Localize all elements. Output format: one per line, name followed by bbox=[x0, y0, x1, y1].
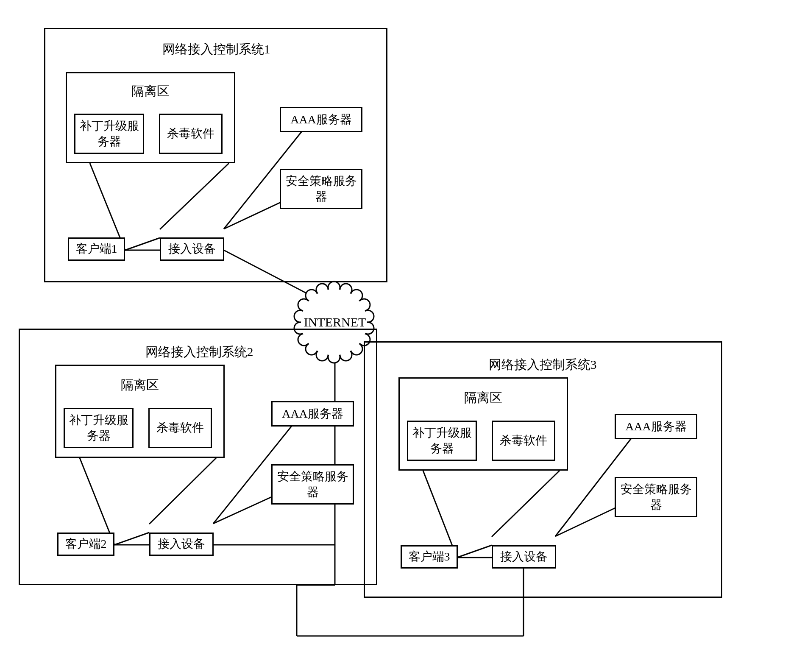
svg-point-43 bbox=[306, 290, 317, 301]
system-2-aaa-server: AAA服务器 bbox=[271, 401, 354, 427]
system-3-aaa-server: AAA服务器 bbox=[615, 414, 697, 439]
system-3-title: 网络接入控制系统3 bbox=[454, 356, 632, 374]
svg-point-28 bbox=[340, 284, 352, 296]
system-3-patch-server: 补丁升级服务器 bbox=[407, 421, 477, 461]
system-2-access-device: 接入设备 bbox=[149, 533, 214, 556]
system-2-patch-server: 补丁升级服务器 bbox=[64, 408, 134, 448]
system-3-patch-server-label: 补丁升级服务器 bbox=[410, 425, 474, 456]
svg-point-27 bbox=[328, 282, 340, 293]
system-3-antivirus: 杀毒软件 bbox=[492, 421, 555, 461]
svg-point-29 bbox=[351, 290, 362, 301]
system-3-antivirus-label: 杀毒软件 bbox=[500, 433, 547, 448]
system-1-policy-label: 安全策略服务器 bbox=[283, 173, 359, 204]
system-3-aaa-label: AAA服务器 bbox=[625, 419, 687, 434]
system-1-client: 客户端1 bbox=[68, 237, 125, 261]
system-1-policy-server: 安全策略服务器 bbox=[280, 169, 362, 209]
system-1-access-device: 接入设备 bbox=[160, 237, 224, 261]
system-1-access-label: 接入设备 bbox=[168, 241, 216, 257]
system-2-client-label: 客户端2 bbox=[65, 536, 107, 552]
system-1-patch-server: 补丁升级服务器 bbox=[74, 114, 144, 154]
system-2-antivirus-label: 杀毒软件 bbox=[156, 420, 204, 435]
system-1-client-label: 客户端1 bbox=[76, 241, 117, 257]
system-3-client-label: 客户端3 bbox=[409, 549, 450, 564]
system-2-antivirus: 杀毒软件 bbox=[148, 408, 212, 448]
internet-cloud-label: INTERNET bbox=[303, 315, 367, 329]
system-2-aaa-label: AAA服务器 bbox=[282, 406, 343, 421]
system-2-access-label: 接入设备 bbox=[158, 536, 205, 552]
system-1-antivirus-label: 杀毒软件 bbox=[167, 126, 214, 141]
system-3-access-label: 接入设备 bbox=[500, 549, 548, 564]
system-2-client: 客户端2 bbox=[57, 533, 114, 556]
system-3-access-device: 接入设备 bbox=[492, 545, 556, 569]
svg-point-42 bbox=[298, 299, 310, 311]
system-1-patch-server-label: 补丁升级服务器 bbox=[77, 118, 141, 149]
system-2-dmz-label: 隔离区 bbox=[108, 376, 172, 394]
system-3-policy-server: 安全策略服务器 bbox=[615, 477, 697, 517]
system-3-client: 客户端3 bbox=[401, 545, 458, 569]
svg-point-30 bbox=[358, 299, 370, 311]
system-2-title: 网络接入控制系统2 bbox=[110, 343, 288, 361]
system-1-dmz-label: 隔离区 bbox=[119, 83, 182, 100]
system-3-policy-label: 安全策略服务器 bbox=[618, 482, 694, 513]
svg-point-44 bbox=[316, 284, 328, 296]
system-2-policy-label: 安全策略服务器 bbox=[274, 469, 351, 500]
system-1-aaa-server: AAA服务器 bbox=[280, 107, 362, 132]
system-2-patch-server-label: 补丁升级服务器 bbox=[67, 413, 131, 443]
system-1-antivirus: 杀毒软件 bbox=[159, 114, 223, 154]
system-1-aaa-label: AAA服务器 bbox=[290, 112, 352, 127]
diagram-canvas: -719 网络接入控制系统1 隔离区 补丁升级服务器 杀毒软件 AAA服务器 安… bbox=[0, 0, 802, 672]
system-2-policy-server: 安全策略服务器 bbox=[271, 464, 354, 505]
system-1-title: 网络接入控制系统1 bbox=[127, 41, 305, 58]
system-3-dmz-label: 隔离区 bbox=[451, 389, 515, 407]
